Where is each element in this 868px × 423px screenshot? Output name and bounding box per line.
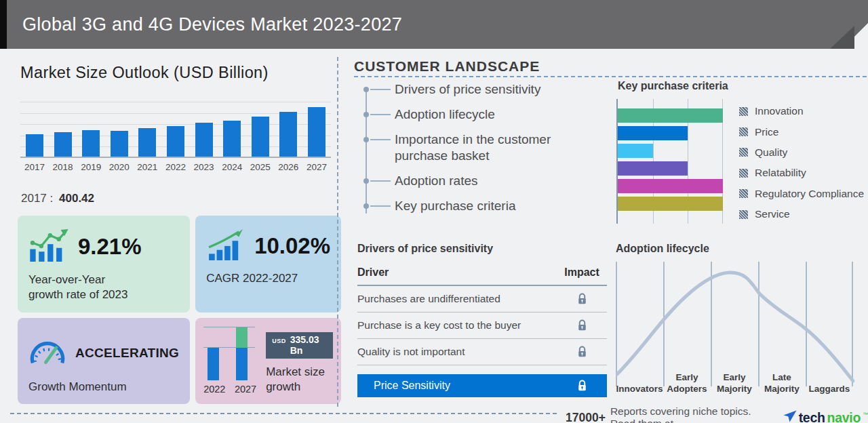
legend-item: Relatability xyxy=(739,163,864,183)
lifecycle-stage-labels: InnovatorsEarly AdoptersEarly MajorityLa… xyxy=(616,365,853,395)
technavio-logo[interactable]: technavio ™ xyxy=(783,410,868,423)
bar-2018 xyxy=(54,132,72,157)
stage-label: Innovators xyxy=(616,365,663,395)
mini-growth-chart: 2022 2027 xyxy=(203,326,256,395)
bar-2022 xyxy=(167,126,184,157)
bar-column-2019 xyxy=(79,130,102,157)
bullet-connector-icon xyxy=(366,106,395,123)
bar-column-2026 xyxy=(277,112,300,157)
legend-item: Regulatory Compliance xyxy=(739,184,864,204)
currency-label: USD xyxy=(272,338,286,344)
infographic-page: Global 3G and 4G Devices Market 2023-202… xyxy=(0,0,868,423)
bar-column-2025 xyxy=(249,117,272,157)
x-tick-label: 2021 xyxy=(136,162,159,172)
highlight-label: Price Sensitivity xyxy=(374,380,450,392)
legend-item: Service xyxy=(739,204,864,224)
stat-cards: 9.21% Year-over-Year growth rate of 2023… xyxy=(18,216,335,401)
header-bar: Global 3G and 4G Devices Market 2023-202… xyxy=(0,0,868,49)
x-tick-label: 2023 xyxy=(193,162,216,172)
growth-amount-badge: USD 335.03 Bn xyxy=(266,332,333,359)
footer: 17000+ Reports covering niche topics. Re… xyxy=(566,405,868,423)
adoption-lifecycle-chart: InnovatorsEarly AdoptersEarly MajorityLa… xyxy=(616,262,854,388)
landscape-item-label: Key purchase criteria xyxy=(395,198,515,214)
kpc-bars xyxy=(618,108,723,211)
kpc-bar-regulatory-compliance xyxy=(618,179,723,193)
legend-swatch-icon xyxy=(739,107,748,116)
x-tick-label: 2022 xyxy=(164,162,187,172)
bar-2017 xyxy=(26,134,43,157)
kpc-bar-innovation xyxy=(618,108,723,123)
bar-column-2018 xyxy=(52,132,75,157)
brand-navio: navio xyxy=(827,410,861,423)
driver-label: Purchases are undifferentiated xyxy=(357,293,500,305)
base-year-separator: : xyxy=(50,192,54,205)
stage-label: Early Adopters xyxy=(663,365,711,395)
bar-2025 xyxy=(252,117,269,157)
legend-swatch-icon xyxy=(739,148,748,157)
bar-2023 xyxy=(195,123,213,157)
driver-label: Quality is not important xyxy=(357,346,465,358)
growth-bars-arrow-icon xyxy=(206,229,245,263)
mini-year-end: 2027 xyxy=(235,384,256,395)
landscape-item-4: Key purchase criteria xyxy=(366,198,583,214)
bar-column-2020 xyxy=(108,131,131,157)
legend-label: Price xyxy=(755,126,778,138)
mini-bar-2027-base xyxy=(236,348,248,380)
landscape-item-1: Adoption lifecycle xyxy=(366,106,583,123)
report-count: 17000+ xyxy=(566,411,606,423)
vertical-divider xyxy=(337,57,338,407)
x-tick-label: 2020 xyxy=(108,162,131,172)
market-size-growth-card: 2022 2027 USD 335.03 Bn Market size grow… xyxy=(195,318,341,404)
price-sensitivity-highlight-row: Price Sensitivity xyxy=(357,374,607,397)
landscape-item-label: Adoption rates xyxy=(395,173,478,189)
bar-2019 xyxy=(82,130,100,157)
stage-label: Early Majority xyxy=(711,365,758,395)
market-size-chart: 2017201820192020202120222023202420252026… xyxy=(20,102,331,172)
cagr-value: 10.02% xyxy=(254,233,330,259)
price-sensitivity-title: Drivers of price sensitivity xyxy=(357,243,607,255)
footer-text: Reports covering niche topics. Read them… xyxy=(610,405,776,423)
customer-landscape-list: Drivers of price sensitivityAdoption lif… xyxy=(366,81,583,223)
legend-label: Relatability xyxy=(755,167,806,179)
legend-label: Quality xyxy=(755,146,787,159)
speedometer-icon xyxy=(28,338,66,368)
driver-row: Quality is not important xyxy=(357,339,607,365)
bar-2026 xyxy=(279,112,297,157)
mini-bar-2027-growth xyxy=(236,327,248,348)
brand-trademark: ™ xyxy=(863,411,868,418)
table-header: Driver Impact xyxy=(357,266,607,286)
header-left-accent xyxy=(0,0,7,49)
landscape-item-label: Importance in the customer purchase bask… xyxy=(395,132,572,164)
bar-column-2017 xyxy=(23,134,46,157)
landscape-item-2: Importance in the customer purchase bask… xyxy=(366,132,583,164)
growth-amount: 335.03 Bn xyxy=(290,334,327,356)
legend-swatch-icon xyxy=(739,210,748,219)
bar-2024 xyxy=(223,121,241,157)
price-sensitivity-table: Drivers of price sensitivity Driver Impa… xyxy=(357,243,607,397)
page-title: Global 3G and 4G Devices Market 2023-202… xyxy=(22,14,402,35)
x-tick-label: 2025 xyxy=(249,162,272,172)
landscape-item-label: Adoption lifecycle xyxy=(395,106,495,123)
yoy-growth-card: 9.21% Year-over-Year growth rate of 2023 xyxy=(18,216,190,313)
x-tick-label: 2027 xyxy=(305,162,328,172)
kpc-bar-price xyxy=(618,126,688,140)
column-driver: Driver xyxy=(357,266,389,279)
growth-momentum-card: ACCELERATING Growth Momentum xyxy=(18,318,190,404)
cagr-card: 10.02% CAGR 2022-2027 xyxy=(195,216,341,313)
stage-label: Late Majority xyxy=(758,365,806,395)
lock-icon xyxy=(557,346,607,358)
yoy-growth-value: 9.21% xyxy=(78,234,142,260)
base-year-amount: 400.42 xyxy=(59,192,94,205)
landscape-item-0: Drivers of price sensitivity xyxy=(366,81,583,98)
base-year-label: 2017 xyxy=(21,192,47,205)
legend-item: Quality xyxy=(739,142,864,163)
legend-label: Innovation xyxy=(755,105,804,117)
brand-tech: tech xyxy=(799,410,825,423)
x-tick-label: 2017 xyxy=(23,162,46,172)
market-size-title: Market Size Outlook (USD Billion) xyxy=(20,64,269,82)
bar-column-2024 xyxy=(220,121,243,157)
customer-landscape-underline xyxy=(354,76,867,77)
technavio-arrow-icon xyxy=(783,410,797,423)
lock-icon xyxy=(557,380,607,392)
bar-column-2022 xyxy=(164,126,187,157)
